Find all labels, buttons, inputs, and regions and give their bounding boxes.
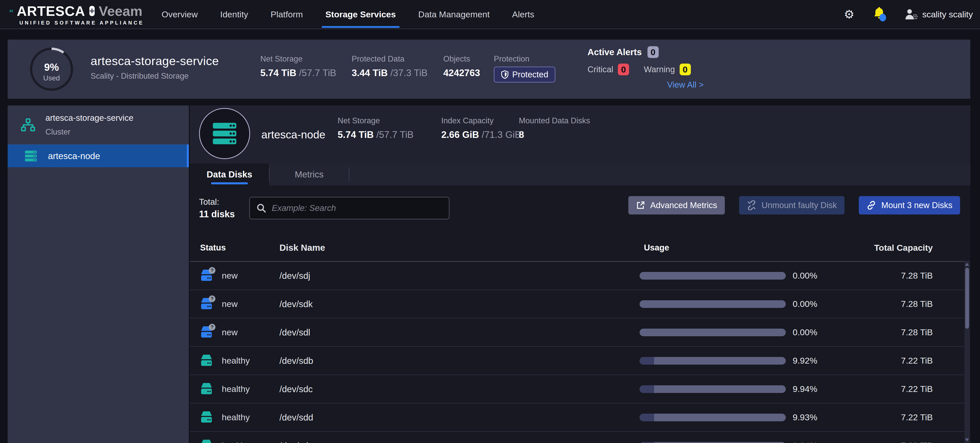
table-row[interactable]: ? new /dev/sdk 0.00% 7.28 TiB	[190, 290, 964, 319]
disk-name: /dev/sdj	[280, 271, 640, 281]
column-usage: Usage	[640, 243, 786, 253]
stat-net-storage: Net Storage 5.74 TiB /57.7 TiB	[260, 54, 336, 78]
nav-item[interactable]: Identity	[220, 0, 248, 29]
usage-percent: 9.94%	[793, 384, 844, 394]
cluster-icon	[21, 118, 35, 132]
table-row[interactable]: ? healthy /dev/sdc 9.94% 7.22 TiB	[190, 375, 964, 403]
active-alerts-count-badge: 0	[648, 46, 659, 58]
usage-percent: 9.93%	[793, 412, 844, 422]
table-row[interactable]: ? new /dev/sdj 0.00% 7.28 TiB	[190, 262, 964, 290]
user-name: scality scality	[922, 10, 973, 19]
usage-percent: 9.92%	[793, 356, 844, 366]
table-scrollbar[interactable]	[964, 261, 970, 443]
link-icon	[866, 201, 876, 210]
nav-item[interactable]: Platform	[270, 0, 303, 29]
tab-divider	[349, 167, 349, 181]
advanced-metrics-button[interactable]: Advanced Metrics	[628, 196, 725, 215]
disk-status: healthy	[222, 384, 250, 394]
notifications-bell-icon[interactable]	[873, 7, 886, 22]
disk-name: /dev/sdc	[280, 384, 640, 394]
total-capacity: 7.22 TiB	[844, 356, 964, 366]
sidebar-node-label: artesca-node	[48, 151, 100, 161]
nav-right-cluster: ⚙	[844, 7, 973, 22]
table-row[interactable]: ? healthy /dev/sdd 9.93% 7.22 TiB	[190, 403, 964, 432]
new-disk-question-badge: ?	[209, 295, 215, 302]
usage-bar	[640, 442, 786, 443]
disk-name: /dev/sdb	[280, 356, 640, 366]
disk-name: /dev/sdk	[280, 299, 640, 309]
tab-metrics[interactable]: Metrics	[269, 163, 349, 185]
disk-table-header: Status Disk Name Usage Total Capacity	[190, 239, 964, 256]
new-disk-question-badge: ?	[209, 267, 215, 274]
usage-percent: 0.00%	[793, 327, 844, 337]
disk-status: healthy	[222, 412, 250, 422]
node-name: artesca-node	[261, 128, 325, 141]
usage-bar-fill	[640, 385, 654, 393]
disk-search[interactable]	[249, 197, 449, 219]
brand-veeam: Veeam	[99, 3, 142, 19]
usage-percent: 0.00%	[793, 299, 844, 309]
scrollbar-thumb[interactable]	[965, 268, 969, 328]
gauge-label: Used	[43, 74, 60, 82]
nav-item[interactable]: Storage Services	[325, 0, 396, 29]
usage-bar-fill	[640, 414, 654, 421]
disk-status-icon: ?	[200, 269, 213, 282]
scrollbar-up-arrow[interactable]	[965, 263, 969, 266]
artesca-logo-icon	[10, 3, 13, 18]
node-tabs: Data Disks Metrics	[190, 163, 970, 185]
stat-protected-data: Protected Data 3.44 TiB /37.3 TiB	[352, 54, 428, 78]
settings-gear-icon[interactable]: ⚙	[844, 8, 854, 20]
column-disk-name: Disk Name	[280, 242, 640, 253]
disk-status-icon: ?	[200, 326, 213, 339]
view-all-link[interactable]: View All >	[667, 80, 703, 89]
usage-bar	[640, 328, 786, 336]
usage-bar	[640, 385, 786, 393]
total-capacity: 7.28 TiB	[844, 327, 964, 337]
app-logo: ARTESCA + Veeam UNIFIED SOFTWARE APPLIAN…	[10, 3, 142, 26]
disk-status-icon: ?	[200, 411, 213, 424]
column-total-capacity: Total Capacity	[844, 243, 964, 253]
new-disk-question-badge: ?	[209, 324, 215, 330]
search-input[interactable]	[272, 203, 442, 213]
sidebar-item-cluster[interactable]: artesca-storage-service Cluster	[8, 105, 189, 145]
unmount-faulty-disk-button[interactable]: Unmount faulty Disk	[739, 196, 845, 215]
sidebar-item-node-selected[interactable]: artesca-node	[8, 145, 189, 167]
protected-badge: Protected	[494, 67, 555, 83]
total-disks-value: 11 disks	[199, 209, 235, 220]
node-stat-index-capacity: Index Capacity 2.66 GiB /71.3 GiB	[441, 116, 521, 140]
nav-item[interactable]: Data Management	[418, 0, 490, 29]
critical-label: Critical	[587, 65, 613, 74]
node-avatar	[199, 108, 250, 159]
user-settings-icon	[905, 9, 918, 20]
service-header-band: 9% Used artesca-storage-service Scality …	[8, 40, 970, 99]
search-icon	[256, 203, 266, 213]
usage-percent: 0.00%	[793, 271, 844, 280]
table-row[interactable]: ? new /dev/sdl 0.00% 7.28 TiB	[190, 319, 964, 347]
table-row[interactable]: ? healthy /dev/sdb 9.92% 7.22 TiB	[190, 347, 964, 375]
plus-badge-icon: +	[89, 6, 95, 16]
node-header: artesca-node Net Storage 5.74 TiB /57.7 …	[190, 105, 970, 163]
table-row[interactable]: ? healthy /dev/sde 9.94% 7.22 TiB	[190, 432, 964, 443]
data-disks-content: Total: 11 disks Advanced Metrics	[190, 185, 970, 443]
shield-icon	[501, 70, 509, 79]
nav-item[interactable]: Overview	[162, 0, 198, 29]
disk-status: healthy	[222, 356, 250, 366]
primary-nav: Overview Identity Platform Storage Servi…	[162, 0, 535, 29]
mount-new-disks-button[interactable]: Mount 3 new Disks	[859, 196, 960, 215]
total-capacity: 7.22 TiB	[844, 441, 964, 443]
usage-bar	[640, 272, 786, 280]
brand-tagline: UNIFIED SOFTWARE APPLIANCE	[19, 20, 142, 26]
total-capacity: 7.22 TiB	[844, 412, 964, 422]
tab-data-disks[interactable]: Data Disks	[190, 163, 269, 185]
usage-bar-fill	[640, 357, 654, 365]
user-menu[interactable]: scality scality	[905, 9, 973, 20]
stat-protection: Protection Protected	[494, 54, 555, 83]
sidebar-cluster-subtitle: Cluster	[45, 127, 70, 137]
total-capacity: 7.22 TiB	[844, 384, 964, 394]
nav-item[interactable]: Alerts	[512, 0, 535, 29]
scrollbar-down-arrow[interactable]	[965, 438, 969, 441]
disk-name: /dev/sdd	[280, 412, 640, 422]
usage-percent: 9.94%	[793, 441, 844, 443]
active-alerts-title: Active Alerts	[587, 47, 642, 57]
external-link-icon	[636, 201, 645, 210]
